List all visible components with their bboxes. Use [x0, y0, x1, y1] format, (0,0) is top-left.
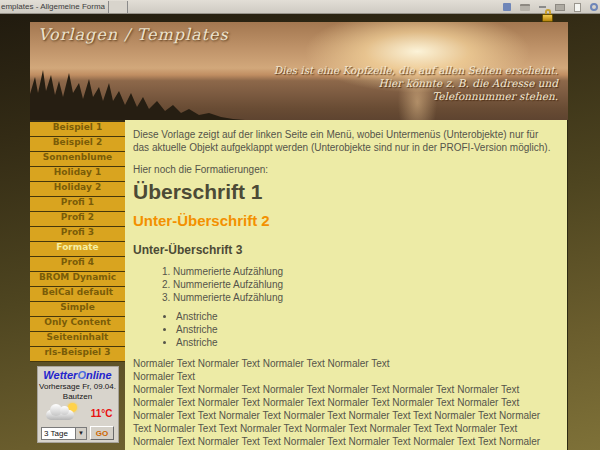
sidebar-menu-item[interactable]: Holiday 1: [30, 167, 125, 182]
sidebar: Beispiel 1Beispiel 2SonnenblumeHoliday 1…: [30, 120, 125, 450]
heading-2: Unter-Überschrift 2: [133, 214, 555, 227]
sidebar-menu-item[interactable]: BROM Dynamic: [30, 272, 125, 287]
site-background: Vorlagen / Templates Dies ist eine Kopfz…: [0, 14, 600, 450]
header-tagline-line: Hier könnte z. B. die Adresse und: [274, 77, 558, 90]
sidebar-menu-item[interactable]: rls-Beispiel 3: [30, 347, 125, 362]
numbered-list-item: Nummerierte Aufzählung: [173, 279, 555, 290]
sidebar-menu-item[interactable]: Profi 3: [30, 227, 125, 242]
intro-paragraph: Diese Vorlage zeigt auf der linken Seite…: [133, 128, 555, 154]
bullet-list-item: Anstriche: [176, 337, 555, 348]
mail-icon[interactable]: [555, 4, 565, 11]
page-title: Vorlagen / Templates: [38, 25, 229, 44]
weather-widget: WetterOnline Vorhersage Fr, 09.04. Bautz…: [37, 366, 119, 443]
sidebar-menu-item[interactable]: Profi 2: [30, 212, 125, 227]
minimize-icon[interactable]: [539, 6, 546, 8]
numbered-list-item: Nummerierte Aufzählung: [173, 292, 555, 303]
numbered-list: Nummerierte AufzählungNummerierte Aufzäh…: [133, 266, 555, 303]
normal-text-block: Normaler Text Normaler Text Normaler Tex…: [133, 357, 555, 383]
browser-tab-bar: emplates - Allgemeine Formate für Texte …: [0, 0, 600, 14]
bookmark-icon[interactable]: [503, 3, 511, 11]
site-header-image: Vorlagen / Templates Dies ist eine Kopfz…: [30, 22, 568, 120]
browser-tab-title[interactable]: emplates - Allgemeine Formate für Texte …: [1, 1, 105, 13]
heading-3: Unter-Überschrift 3: [133, 244, 555, 257]
temperature-value: 11°C: [91, 408, 113, 419]
bullet-list: AnstricheAnstricheAnstriche: [133, 311, 555, 348]
browser-window: emplates - Allgemeine Formate für Texte …: [0, 0, 600, 450]
forecast-city-label: Bautzen: [38, 392, 118, 402]
padlock-icon: [542, 9, 553, 22]
forecast-date-label: Vorhersage Fr, 09.04.: [38, 382, 118, 392]
sidebar-menu-item[interactable]: Formate: [30, 242, 125, 257]
weather-go-button[interactable]: GO: [90, 426, 114, 440]
print-icon[interactable]: [520, 4, 530, 11]
numbered-list-item: Nummerierte Aufzählung: [173, 266, 555, 277]
sidebar-menu-item[interactable]: BelCal default: [30, 287, 125, 302]
sidebar-menu: Beispiel 1Beispiel 2SonnenblumeHoliday 1…: [30, 122, 125, 362]
sidebar-menu-item[interactable]: Profi 4: [30, 257, 125, 272]
sidebar-menu-item[interactable]: Only Content: [30, 317, 125, 332]
header-tagline: Dies ist eine Kopfzeile, die auf allen S…: [274, 64, 558, 103]
globe-o-icon: O: [77, 369, 86, 381]
sidebar-menu-item[interactable]: Simple: [30, 302, 125, 317]
sidebar-menu-item[interactable]: Beispiel 2: [30, 137, 125, 152]
sidebar-menu-item[interactable]: Profi 1: [30, 197, 125, 212]
bullet-list-item: Anstriche: [176, 311, 555, 322]
header-tagline-line: Telefonnummer stehen.: [274, 90, 558, 103]
heading-1: Überschrift 1: [133, 185, 555, 198]
sidebar-menu-item[interactable]: Holiday 2: [30, 182, 125, 197]
forecast-range-select[interactable]: 3 Tage ▼: [41, 427, 87, 440]
sidebar-menu-item[interactable]: Beispiel 1: [30, 122, 125, 137]
header-tagline-line: Dies ist eine Kopfzeile, die auf allen S…: [274, 64, 558, 77]
main-content: Diese Vorlage zeigt auf der linken Seite…: [125, 120, 568, 450]
cloud-icon: [46, 410, 74, 420]
dropdown-arrow-icon[interactable]: ▼: [75, 428, 86, 439]
intro-paragraph-2: Hier noch die Formatierungen:: [133, 163, 555, 176]
page-icon[interactable]: [574, 3, 581, 12]
template-page: Vorlagen / Templates Dies ist eine Kopfz…: [30, 22, 568, 450]
sidebar-menu-item[interactable]: Sonnenblume: [30, 152, 125, 167]
normal-text-paragraph: Normaler Text Normaler Text Normaler Tex…: [133, 383, 555, 450]
sidebar-menu-item[interactable]: Seiteninhalt: [30, 332, 125, 347]
bullet-list-item: Anstriche: [176, 324, 555, 335]
grass-silhouette: [30, 68, 245, 120]
browser-tab-stub[interactable]: [108, 1, 128, 13]
help-icon[interactable]: [590, 3, 598, 11]
wetteronline-logo[interactable]: WetterOnline: [38, 369, 118, 382]
